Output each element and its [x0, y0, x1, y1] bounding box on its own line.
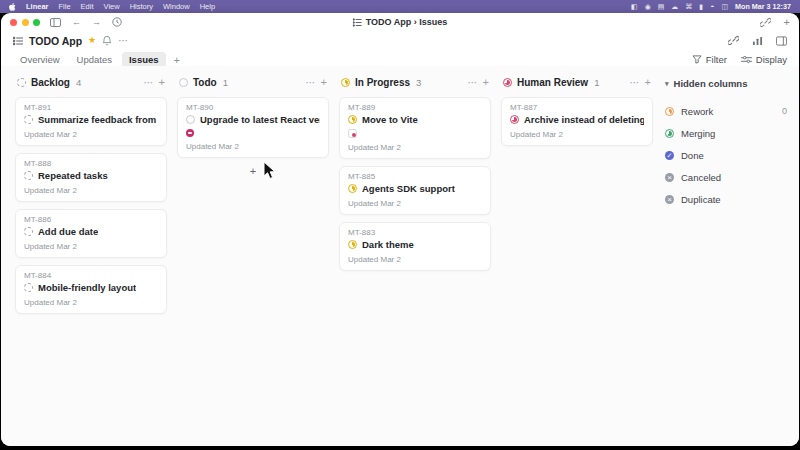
column-menu-icon[interactable]: ⋯ [306, 78, 316, 88]
menubar-app-name[interactable]: Linear [26, 2, 49, 11]
status-human-review-icon[interactable] [510, 115, 519, 124]
menu-help[interactable]: Help [200, 2, 215, 11]
status-in-progress-icon[interactable] [348, 240, 357, 249]
column-count: 4 [76, 77, 81, 88]
menu-file[interactable]: File [59, 2, 71, 11]
issue-card[interactable]: MT-885 Agents SDK support Updated Mar 2 [339, 166, 491, 215]
column-count: 1 [223, 77, 228, 88]
issue-card[interactable]: MT-884 Mobile-friendly layout Updated Ma… [15, 265, 167, 314]
hidden-column-duplicate[interactable]: Duplicate [665, 188, 787, 210]
history-clock-icon[interactable] [112, 17, 122, 27]
status-backlog-icon[interactable] [24, 227, 33, 236]
column-add-icon[interactable]: + [483, 77, 489, 88]
issue-id: MT-889 [348, 103, 482, 112]
notifications-bell-icon[interactable] [102, 35, 112, 46]
status-in-progress-icon[interactable] [348, 184, 357, 193]
issue-card[interactable]: MT-891 Summarize feedback from Slack Upd… [15, 97, 167, 146]
status-icon[interactable]: ☁ [671, 3, 678, 10]
close-window-button[interactable] [10, 19, 17, 26]
hidden-column-label: Rework [681, 106, 713, 117]
status-icon[interactable]: ◉ [645, 3, 651, 10]
zoom-window-button[interactable] [33, 19, 40, 26]
column-menu-icon[interactable]: ⋯ [630, 78, 640, 88]
back-icon[interactable]: ← [72, 17, 81, 27]
column-add-icon[interactable]: + [645, 77, 651, 88]
hidden-column-done[interactable]: Done [665, 144, 787, 166]
kanban-board: Backlog 4 ⋯ + MT-891 Summarize feedback … [1, 66, 799, 446]
status-todo-icon [179, 78, 188, 87]
filter-label: Filter [706, 54, 727, 65]
add-card-button[interactable]: + [177, 165, 329, 177]
status-done-icon [665, 151, 674, 160]
minimize-window-button[interactable] [22, 19, 29, 26]
column-add-icon[interactable]: + [159, 77, 165, 88]
project-header: TODO App ★ ⋯ Overview Updates Issues + F… [1, 31, 799, 71]
issue-card[interactable]: MT-889 Move to Vite Updated Mar 2 [339, 97, 491, 159]
status-icon[interactable]: ◧ [631, 3, 638, 10]
issue-title: Upgrade to latest React version [200, 114, 320, 125]
column-menu-icon[interactable]: ⋯ [144, 78, 154, 88]
insights-chart-icon[interactable] [752, 36, 763, 46]
project-name[interactable]: TODO App [29, 35, 82, 47]
window-titlebar: ← → TODO App › Issues + [1, 13, 799, 31]
filter-button[interactable]: Filter [692, 54, 727, 65]
status-icon[interactable]: ▤ [658, 3, 665, 10]
forward-icon[interactable]: → [92, 17, 101, 27]
status-canceled-icon [665, 173, 674, 182]
hidden-column-canceled[interactable]: Canceled [665, 166, 787, 188]
status-icon[interactable]: ◓ [710, 3, 714, 10]
column-header: Human Review 1 ⋯ + [501, 75, 653, 90]
column-backlog: Backlog 4 ⋯ + MT-891 Summarize feedback … [15, 75, 167, 446]
status-icon[interactable]: ⌘ [685, 3, 692, 10]
battery-icon[interactable]: ▮ [699, 3, 703, 10]
side-panel-icon[interactable] [776, 36, 787, 46]
column-in-progress: In Progress 3 ⋯ + MT-889 Move to Vite Up… [339, 75, 491, 446]
issue-card[interactable]: MT-888 Repeated tasks Updated Mar 2 [15, 153, 167, 202]
column-human-review: Human Review 1 ⋯ + MT-887 Archive instea… [501, 75, 653, 446]
column-menu-icon[interactable]: ⋯ [468, 78, 478, 88]
project-more-icon[interactable]: ⋯ [118, 36, 129, 46]
display-button[interactable]: Display [741, 54, 787, 65]
toggle-sidebar-icon[interactable] [50, 18, 61, 27]
status-backlog-icon[interactable] [24, 283, 33, 292]
hidden-columns-header[interactable]: ▾ Hidden columns [665, 76, 787, 91]
issue-card[interactable]: MT-883 Dark theme Updated Mar 2 [339, 222, 491, 271]
add-view-icon[interactable]: + [169, 54, 185, 66]
favorite-star-icon[interactable]: ★ [88, 36, 96, 45]
chevron-down-icon: ▾ [665, 80, 669, 88]
status-duplicate-icon [665, 195, 674, 204]
status-todo-icon[interactable] [186, 115, 195, 124]
red-label-icon[interactable] [186, 129, 194, 137]
hidden-column-merging[interactable]: Merging [665, 122, 787, 144]
status-in-progress-icon[interactable] [348, 115, 357, 124]
issue-title: Add due date [38, 226, 98, 237]
status-backlog-icon[interactable] [24, 115, 33, 124]
column-add-icon[interactable]: + [321, 77, 327, 88]
control-center-icon[interactable]: ◫ [721, 3, 728, 10]
hidden-column-label: Canceled [681, 172, 721, 183]
copy-link-icon[interactable] [760, 17, 771, 28]
hidden-column-rework[interactable]: Rework 0 [665, 100, 787, 122]
issue-id: MT-885 [348, 172, 482, 181]
attachment-dot-icon[interactable] [348, 129, 357, 138]
menu-history[interactable]: History [130, 2, 153, 11]
issue-card[interactable]: MT-887 Archive instead of deleting by de… [501, 97, 653, 146]
menu-window[interactable]: Window [163, 2, 190, 11]
issue-id: MT-890 [186, 103, 320, 112]
issue-card[interactable]: MT-886 Add due date Updated Mar 2 [15, 209, 167, 258]
new-tab-icon[interactable]: + [784, 16, 790, 28]
menu-view[interactable]: View [104, 2, 120, 11]
column-header: Backlog 4 ⋯ + [15, 75, 167, 90]
status-backlog-icon[interactable] [24, 171, 33, 180]
issue-card[interactable]: MT-890 Upgrade to latest React version U… [177, 97, 329, 158]
issue-title: Repeated tasks [38, 170, 108, 181]
issue-id: MT-888 [24, 159, 158, 168]
apple-logo-icon[interactable] [9, 3, 16, 11]
issue-title: Dark theme [362, 239, 414, 250]
hidden-column-label: Merging [681, 128, 715, 139]
link-icon[interactable] [728, 35, 739, 46]
titlebar-nav: ← → [50, 17, 122, 27]
menubar-clock[interactable]: Mon Mar 3 12:37 [735, 2, 791, 11]
hidden-columns-panel: ▾ Hidden columns Rework 0 Merging Done C… [663, 75, 797, 446]
menu-edit[interactable]: Edit [81, 2, 94, 11]
